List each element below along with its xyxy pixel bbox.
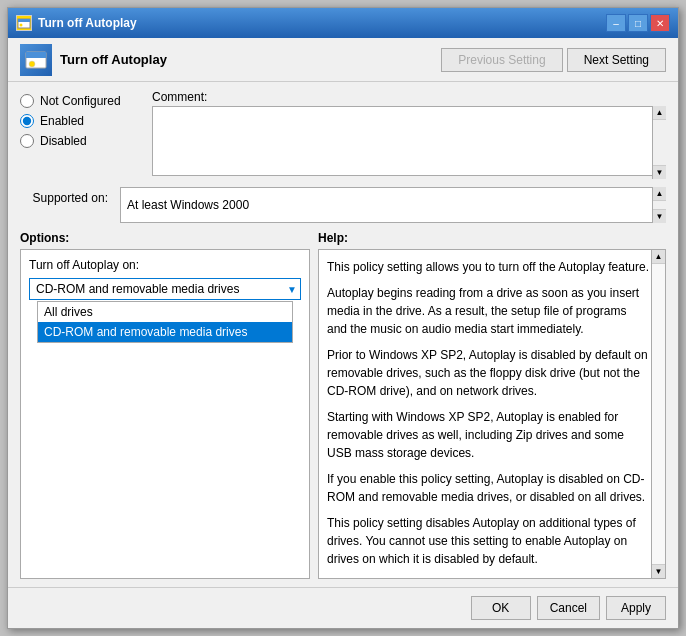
title-bar: Turn off Autoplay – □ ✕	[8, 8, 678, 38]
help-scrollbar[interactable]: ▲ ▼	[651, 250, 665, 578]
header-row: Turn off Autoplay Previous Setting Next …	[8, 38, 678, 82]
disabled-radio[interactable]	[20, 134, 34, 148]
dialog-icon	[16, 15, 32, 31]
minimize-button[interactable]: –	[606, 14, 626, 32]
apply-button[interactable]: Apply	[606, 596, 666, 620]
supported-text: At least Windows 2000	[127, 198, 249, 212]
svg-rect-4	[26, 52, 46, 58]
radio-not-configured[interactable]: Not Configured	[20, 94, 140, 108]
supported-label: Supported on:	[20, 187, 108, 205]
select-container: CD-ROM and removable media drives ▼ All …	[29, 278, 301, 300]
options-inner: Turn off Autoplay on: CD-ROM and removab…	[20, 249, 310, 579]
supported-scroll-up[interactable]: ▲	[653, 187, 666, 201]
help-scroll-up[interactable]: ▲	[652, 250, 665, 264]
options-title: Options:	[20, 231, 310, 245]
supported-scroll-down[interactable]: ▼	[653, 209, 666, 223]
comment-textarea[interactable]	[152, 106, 666, 176]
scrollbar-down-arrow[interactable]: ▼	[653, 165, 666, 179]
radio-disabled[interactable]: Disabled	[20, 134, 140, 148]
help-para-3: Starting with Windows XP SP2, Autoplay i…	[327, 408, 649, 462]
dropdown-item-all-drives[interactable]: All drives	[38, 302, 292, 322]
previous-setting-button[interactable]: Previous Setting	[441, 48, 562, 72]
svg-point-5	[29, 61, 35, 67]
options-column: Options: Turn off Autoplay on: CD-ROM an…	[20, 231, 310, 579]
supported-scrollbar[interactable]: ▲ ▼	[652, 187, 666, 223]
help-inner: This policy setting allows you to turn o…	[318, 249, 666, 579]
help-column: Help: This policy setting allows you to …	[318, 231, 666, 579]
header-icon	[20, 44, 52, 76]
svg-rect-1	[18, 19, 30, 22]
options-dropdown-label: Turn off Autoplay on:	[29, 258, 301, 272]
comment-scrollbar[interactable]: ▲ ▼	[652, 106, 666, 179]
not-configured-label: Not Configured	[40, 94, 121, 108]
supported-row: Supported on: At least Windows 2000 ▲ ▼	[20, 187, 666, 223]
cancel-button[interactable]: Cancel	[537, 596, 600, 620]
ok-button[interactable]: OK	[471, 596, 531, 620]
supported-value: At least Windows 2000	[120, 187, 666, 223]
help-para-5: This policy setting disables Autoplay on…	[327, 514, 649, 568]
header-title: Turn off Autoplay	[60, 52, 433, 67]
help-text-area: This policy setting allows you to turn o…	[319, 250, 665, 578]
select-value: CD-ROM and removable media drives	[36, 282, 239, 296]
svg-point-2	[20, 24, 23, 27]
header-buttons: Previous Setting Next Setting	[441, 48, 666, 72]
help-para-1: Autoplay begins reading from a drive as …	[327, 284, 649, 338]
title-bar-left: Turn off Autoplay	[16, 15, 137, 31]
close-button[interactable]: ✕	[650, 14, 670, 32]
select-arrow-icon: ▼	[287, 284, 297, 295]
next-setting-button[interactable]: Next Setting	[567, 48, 666, 72]
top-section: Not Configured Enabled Disabled Comment:…	[20, 90, 666, 179]
help-title: Help:	[318, 231, 666, 245]
supported-scroll-track	[653, 201, 666, 209]
content-area: Not Configured Enabled Disabled Comment:…	[8, 82, 678, 587]
help-para-0: This policy setting allows you to turn o…	[327, 258, 649, 276]
enabled-radio[interactable]	[20, 114, 34, 128]
disabled-label: Disabled	[40, 134, 87, 148]
comment-label: Comment:	[152, 90, 666, 104]
select-display[interactable]: CD-ROM and removable media drives ▼	[29, 278, 301, 300]
help-scroll-down[interactable]: ▼	[652, 564, 665, 578]
enabled-label: Enabled	[40, 114, 84, 128]
not-configured-radio[interactable]	[20, 94, 34, 108]
radio-enabled[interactable]: Enabled	[20, 114, 140, 128]
dropdown-list: All drives CD-ROM and removable media dr…	[37, 301, 293, 343]
dialog-window: Turn off Autoplay – □ ✕ Turn off Autopla…	[7, 7, 679, 629]
bottom-buttons: OK Cancel Apply	[8, 587, 678, 628]
maximize-button[interactable]: □	[628, 14, 648, 32]
title-text: Turn off Autoplay	[38, 16, 137, 30]
radio-group: Not Configured Enabled Disabled	[20, 90, 140, 179]
comment-area: Comment: ▲ ▼	[152, 90, 666, 179]
help-para-2: Prior to Windows XP SP2, Autoplay is dis…	[327, 346, 649, 400]
help-scroll-track	[652, 264, 665, 564]
two-column-section: Options: Turn off Autoplay on: CD-ROM an…	[20, 231, 666, 579]
scrollbar-track	[653, 120, 666, 165]
dropdown-item-cdrom[interactable]: CD-ROM and removable media drives	[38, 322, 292, 342]
help-para-4: If you enable this policy setting, Autop…	[327, 470, 649, 506]
scrollbar-up-arrow[interactable]: ▲	[653, 106, 666, 120]
title-controls: – □ ✕	[606, 14, 670, 32]
